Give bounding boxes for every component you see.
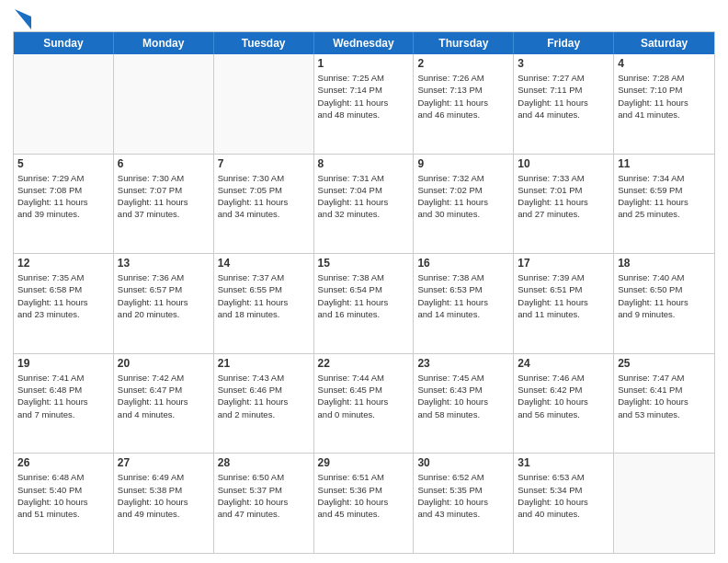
day-info: Sunrise: 6:49 AM Sunset: 5:38 PM Dayligh… [118, 471, 210, 520]
day-number: 4 [618, 57, 711, 70]
empty-cell [214, 54, 314, 154]
day-header-thursday: Thursday [414, 32, 514, 54]
day-info: Sunrise: 7:40 AM Sunset: 6:50 PM Dayligh… [618, 271, 711, 320]
day-cell-7: 7Sunrise: 7:30 AM Sunset: 7:05 PM Daylig… [214, 155, 314, 254]
svg-marker-0 [15, 9, 31, 29]
day-info: Sunrise: 7:30 AM Sunset: 7:07 PM Dayligh… [118, 172, 210, 221]
day-number: 19 [17, 357, 109, 370]
day-number: 12 [17, 257, 109, 270]
day-cell-6: 6Sunrise: 7:30 AM Sunset: 7:07 PM Daylig… [114, 155, 214, 254]
calendar-body: 1Sunrise: 7:25 AM Sunset: 7:14 PM Daylig… [14, 54, 714, 553]
day-info: Sunrise: 7:26 AM Sunset: 7:13 PM Dayligh… [417, 72, 509, 121]
header [13, 9, 715, 26]
day-cell-31: 31Sunrise: 6:53 AM Sunset: 5:34 PM Dayli… [514, 454, 614, 553]
day-cell-20: 20Sunrise: 7:42 AM Sunset: 6:47 PM Dayli… [114, 354, 214, 454]
day-cell-13: 13Sunrise: 7:36 AM Sunset: 6:57 PM Dayli… [114, 254, 214, 353]
day-cell-11: 11Sunrise: 7:34 AM Sunset: 6:59 PM Dayli… [614, 155, 714, 254]
day-cell-9: 9Sunrise: 7:32 AM Sunset: 7:02 PM Daylig… [414, 155, 514, 254]
day-info: Sunrise: 6:51 AM Sunset: 5:36 PM Dayligh… [318, 471, 410, 520]
day-cell-16: 16Sunrise: 7:38 AM Sunset: 6:53 PM Dayli… [414, 254, 514, 353]
day-info: Sunrise: 7:37 AM Sunset: 6:55 PM Dayligh… [218, 271, 310, 320]
day-number: 25 [618, 357, 711, 370]
day-number: 1 [318, 57, 410, 70]
empty-cell [14, 54, 114, 154]
day-number: 11 [618, 157, 711, 170]
day-info: Sunrise: 7:38 AM Sunset: 6:53 PM Dayligh… [417, 271, 509, 320]
day-cell-17: 17Sunrise: 7:39 AM Sunset: 6:51 PM Dayli… [514, 254, 614, 353]
day-number: 23 [417, 357, 509, 370]
day-cell-25: 25Sunrise: 7:47 AM Sunset: 6:41 PM Dayli… [614, 354, 714, 454]
day-number: 20 [118, 357, 210, 370]
calendar-week-2: 12Sunrise: 7:35 AM Sunset: 6:58 PM Dayli… [14, 254, 714, 354]
day-info: Sunrise: 7:33 AM Sunset: 7:01 PM Dayligh… [518, 172, 609, 221]
day-cell-30: 30Sunrise: 6:52 AM Sunset: 5:35 PM Dayli… [414, 454, 514, 553]
day-cell-26: 26Sunrise: 6:48 AM Sunset: 5:40 PM Dayli… [14, 454, 114, 553]
day-cell-10: 10Sunrise: 7:33 AM Sunset: 7:01 PM Dayli… [514, 155, 614, 254]
day-number: 3 [518, 57, 609, 70]
day-info: Sunrise: 6:50 AM Sunset: 5:37 PM Dayligh… [218, 471, 310, 520]
day-cell-21: 21Sunrise: 7:43 AM Sunset: 6:46 PM Dayli… [214, 354, 314, 454]
day-info: Sunrise: 7:29 AM Sunset: 7:08 PM Dayligh… [17, 172, 109, 221]
day-cell-18: 18Sunrise: 7:40 AM Sunset: 6:50 PM Dayli… [614, 254, 714, 353]
day-number: 15 [318, 257, 410, 270]
day-header-sunday: Sunday [14, 32, 114, 54]
day-number: 31 [518, 456, 609, 469]
day-info: Sunrise: 7:41 AM Sunset: 6:48 PM Dayligh… [17, 372, 109, 420]
day-info: Sunrise: 7:47 AM Sunset: 6:41 PM Dayligh… [618, 372, 711, 420]
day-cell-23: 23Sunrise: 7:45 AM Sunset: 6:43 PM Dayli… [414, 354, 514, 454]
day-info: Sunrise: 7:46 AM Sunset: 6:42 PM Dayligh… [518, 372, 609, 420]
logo-icon [15, 9, 31, 29]
day-info: Sunrise: 6:53 AM Sunset: 5:34 PM Dayligh… [518, 471, 609, 520]
day-number: 14 [218, 257, 310, 270]
day-header-friday: Friday [514, 32, 614, 54]
day-info: Sunrise: 7:35 AM Sunset: 6:58 PM Dayligh… [17, 271, 109, 320]
day-header-saturday: Saturday [614, 32, 714, 54]
day-number: 21 [218, 357, 310, 370]
day-info: Sunrise: 7:32 AM Sunset: 7:02 PM Dayligh… [417, 172, 509, 221]
day-header-wednesday: Wednesday [314, 32, 415, 54]
calendar-week-4: 26Sunrise: 6:48 AM Sunset: 5:40 PM Dayli… [14, 454, 714, 553]
day-cell-4: 4Sunrise: 7:28 AM Sunset: 7:10 PM Daylig… [614, 54, 714, 154]
day-cell-5: 5Sunrise: 7:29 AM Sunset: 7:08 PM Daylig… [14, 155, 114, 254]
day-info: Sunrise: 7:43 AM Sunset: 6:46 PM Dayligh… [218, 372, 310, 420]
calendar: SundayMondayTuesdayWednesdayThursdayFrid… [13, 31, 715, 554]
day-info: Sunrise: 7:25 AM Sunset: 7:14 PM Dayligh… [318, 72, 410, 121]
day-info: Sunrise: 7:38 AM Sunset: 6:54 PM Dayligh… [318, 271, 410, 320]
day-info: Sunrise: 7:34 AM Sunset: 6:59 PM Dayligh… [618, 172, 711, 221]
empty-cell [614, 454, 714, 553]
day-cell-27: 27Sunrise: 6:49 AM Sunset: 5:38 PM Dayli… [114, 454, 214, 553]
calendar-week-0: 1Sunrise: 7:25 AM Sunset: 7:14 PM Daylig… [14, 54, 714, 155]
day-number: 8 [318, 157, 410, 170]
day-number: 13 [118, 257, 210, 270]
day-number: 16 [417, 257, 509, 270]
day-number: 17 [518, 257, 609, 270]
day-cell-28: 28Sunrise: 6:50 AM Sunset: 5:37 PM Dayli… [214, 454, 314, 553]
day-info: Sunrise: 6:48 AM Sunset: 5:40 PM Dayligh… [17, 471, 109, 520]
calendar-week-3: 19Sunrise: 7:41 AM Sunset: 6:48 PM Dayli… [14, 354, 714, 454]
calendar-week-1: 5Sunrise: 7:29 AM Sunset: 7:08 PM Daylig… [14, 155, 714, 255]
day-number: 30 [417, 456, 509, 469]
day-cell-14: 14Sunrise: 7:37 AM Sunset: 6:55 PM Dayli… [214, 254, 314, 353]
day-info: Sunrise: 6:52 AM Sunset: 5:35 PM Dayligh… [417, 471, 509, 520]
day-number: 26 [17, 456, 109, 469]
day-info: Sunrise: 7:27 AM Sunset: 7:11 PM Dayligh… [518, 72, 609, 121]
day-info: Sunrise: 7:42 AM Sunset: 6:47 PM Dayligh… [118, 372, 210, 420]
day-header-monday: Monday [114, 32, 214, 54]
day-number: 6 [118, 157, 210, 170]
day-info: Sunrise: 7:30 AM Sunset: 7:05 PM Dayligh… [218, 172, 310, 221]
day-info: Sunrise: 7:31 AM Sunset: 7:04 PM Dayligh… [318, 172, 410, 221]
day-cell-3: 3Sunrise: 7:27 AM Sunset: 7:11 PM Daylig… [514, 54, 614, 154]
day-number: 10 [518, 157, 609, 170]
day-header-tuesday: Tuesday [214, 32, 314, 54]
day-cell-22: 22Sunrise: 7:44 AM Sunset: 6:45 PM Dayli… [314, 354, 415, 454]
day-cell-19: 19Sunrise: 7:41 AM Sunset: 6:48 PM Dayli… [14, 354, 114, 454]
day-cell-29: 29Sunrise: 6:51 AM Sunset: 5:36 PM Dayli… [314, 454, 415, 553]
day-number: 28 [218, 456, 310, 469]
day-info: Sunrise: 7:45 AM Sunset: 6:43 PM Dayligh… [417, 372, 509, 420]
day-number: 24 [518, 357, 609, 370]
day-info: Sunrise: 7:39 AM Sunset: 6:51 PM Dayligh… [518, 271, 609, 320]
day-cell-2: 2Sunrise: 7:26 AM Sunset: 7:13 PM Daylig… [414, 54, 514, 154]
logo [13, 9, 31, 26]
calendar-header: SundayMondayTuesdayWednesdayThursdayFrid… [14, 32, 714, 54]
day-cell-12: 12Sunrise: 7:35 AM Sunset: 6:58 PM Dayli… [14, 254, 114, 353]
